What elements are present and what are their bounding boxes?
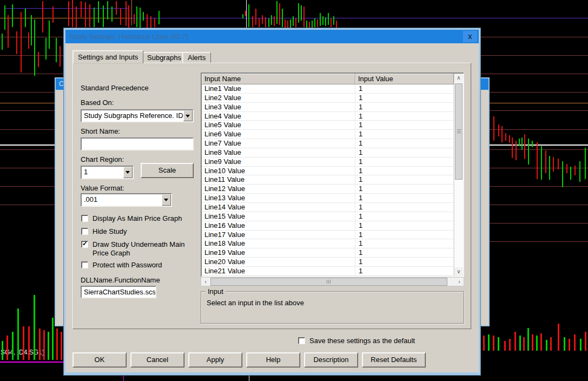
input-value-cell: 1: [355, 175, 454, 184]
price-bar: [111, 6, 113, 22]
price-bar: [245, 11, 246, 16]
dll-function-name-input[interactable]: SierraChartStudies.scs: [81, 286, 156, 298]
price-bar: [271, 15, 272, 25]
price-bar: [103, 5, 104, 27]
scroll-up-icon[interactable]: ∧: [454, 74, 463, 82]
price-bar: [49, 21, 50, 49]
input-name-cell: Line12 Value: [202, 185, 355, 193]
table-row[interactable]: Line7 Value1: [202, 139, 454, 148]
checkbox-box[interactable]: [81, 261, 88, 268]
chevron-down-icon[interactable]: [123, 167, 133, 178]
scroll-left-icon[interactable]: ‹: [201, 278, 210, 286]
table-row[interactable]: Line9 Value1: [202, 157, 454, 167]
input-name-cell: Line16 Value: [202, 221, 355, 230]
display-as-main-price-graph-checkbox[interactable]: Display As Main Price Graph: [81, 214, 182, 223]
short-name-input[interactable]: [81, 137, 194, 150]
scale-button[interactable]: Scale: [141, 163, 194, 178]
reset-defaults-button[interactable]: Reset Defaults: [362, 352, 426, 367]
volume-bar: [493, 336, 494, 351]
table-row[interactable]: Line5 Value1: [202, 121, 454, 130]
price-bar: [317, 19, 318, 27]
dialog-titlebar[interactable]: Study Settings: Horizontal Lines (ID:7) …: [65, 30, 479, 43]
input-value-cell: 1: [355, 239, 454, 248]
apply-button[interactable]: Apply: [188, 352, 242, 367]
table-row[interactable]: Line4 Value1: [202, 112, 454, 121]
chart-region-select[interactable]: 1: [81, 166, 134, 179]
price-bar: [528, 139, 529, 165]
dll-function-name-label: DLLName.FunctionName: [81, 276, 160, 284]
table-row[interactable]: Line20 Value1: [202, 258, 454, 267]
tab-settings-and-inputs[interactable]: Settings and Inputs: [72, 50, 143, 63]
help-button[interactable]: Help: [246, 352, 300, 367]
table-row[interactable]: Line17 Value1: [202, 231, 454, 240]
table-row[interactable]: Line15 Value1: [202, 212, 454, 221]
input-name-cell: Line6 Value: [202, 130, 355, 139]
price-bar: [295, 18, 296, 27]
price-bar: [42, 1, 43, 32]
horizontal-scroll-thumb[interactable]: [210, 278, 447, 286]
table-row[interactable]: Line11 Value1: [202, 175, 454, 185]
table-row[interactable]: Line18 Value1: [202, 239, 454, 248]
table-row[interactable]: Line6 Value1: [202, 130, 454, 139]
draw-study-underneath-checkbox[interactable]: Draw Study Underneath Main Price Graph: [81, 240, 189, 258]
checkbox-box[interactable]: [81, 228, 88, 235]
table-row[interactable]: Line8 Value1: [202, 148, 454, 157]
checkbox-label: Save these settings as the default: [309, 337, 415, 345]
checkbox-box[interactable]: [298, 337, 305, 344]
ok-button[interactable]: OK: [72, 352, 127, 367]
table-vertical-scrollbar[interactable]: ∧ ∨: [454, 74, 463, 276]
input-value-cell: 1: [355, 84, 454, 93]
protect-with-password-checkbox[interactable]: Protect with Password: [81, 261, 162, 270]
price-bar: [541, 146, 542, 180]
input-name-column-header[interactable]: Input Name: [202, 74, 355, 84]
short-name-label: Short Name:: [81, 127, 120, 135]
table-row[interactable]: Line19 Value1: [202, 248, 454, 258]
price-bar: [81, 1, 82, 17]
close-icon[interactable]: x: [463, 31, 477, 42]
tab-subgraphs[interactable]: Subgraphs: [142, 52, 187, 63]
input-value-column-header[interactable]: Input Value: [355, 74, 454, 84]
table-row[interactable]: Line10 Value1: [202, 167, 454, 176]
vertical-scroll-thumb[interactable]: [455, 83, 463, 180]
table-horizontal-scrollbar[interactable]: ‹ ›: [201, 277, 464, 286]
table-row[interactable]: Line3 Value1: [202, 103, 454, 112]
price-bar: [150, 16, 151, 28]
price-bar: [336, 21, 337, 28]
table-row[interactable]: Line1 Value1: [202, 84, 454, 94]
table-row[interactable]: Line21 Value1: [202, 267, 454, 276]
chevron-down-icon[interactable]: [183, 110, 193, 121]
value-format-select[interactable]: .001: [81, 193, 172, 207]
based-on-select[interactable]: Study Subgraphs Reference. ID: [81, 109, 194, 122]
price-bar: [38, 52, 39, 67]
volume-bar: [536, 336, 538, 351]
study-settings-dialog: Study Settings: Horizontal Lines (ID:7) …: [64, 28, 480, 375]
price-bar: [325, 17, 326, 26]
price-bar: [509, 135, 510, 143]
price-bar: [45, 38, 47, 60]
scroll-down-icon[interactable]: ∨: [454, 267, 463, 276]
study-line: [476, 241, 588, 242]
checkbox-box[interactable]: [81, 241, 88, 248]
volume-bar: [558, 324, 559, 351]
scroll-right-icon[interactable]: ›: [455, 278, 464, 286]
input-groupbox: Input Select an input in the list above: [201, 291, 464, 324]
table-row[interactable]: Line16 Value1: [202, 221, 454, 231]
price-bar: [314, 18, 315, 27]
checkbox-box[interactable]: [81, 215, 88, 222]
table-row[interactable]: Line2 Value1: [202, 94, 454, 103]
inputs-table-header: Input Name Input Value: [202, 74, 463, 84]
inputs-table: Input Name Input Value Line1 Value1Line2…: [201, 73, 464, 277]
table-row[interactable]: Line13 Value1: [202, 194, 454, 203]
cancel-button[interactable]: Cancel: [130, 352, 184, 367]
table-row[interactable]: Line12 Value1: [202, 185, 454, 194]
table-row[interactable]: Line14 Value1: [202, 203, 454, 212]
price-bar: [2, 34, 3, 50]
chevron-down-icon[interactable]: [162, 194, 171, 206]
description-button[interactable]: Description: [304, 352, 358, 367]
price-bar: [298, 3, 299, 23]
volume-bar: [574, 334, 576, 351]
volume-bar: [564, 337, 565, 351]
hide-study-checkbox[interactable]: Hide Study: [81, 227, 127, 236]
save-settings-default-checkbox[interactable]: Save these settings as the default: [298, 337, 415, 345]
tab-alerts[interactable]: Alerts: [182, 52, 211, 63]
